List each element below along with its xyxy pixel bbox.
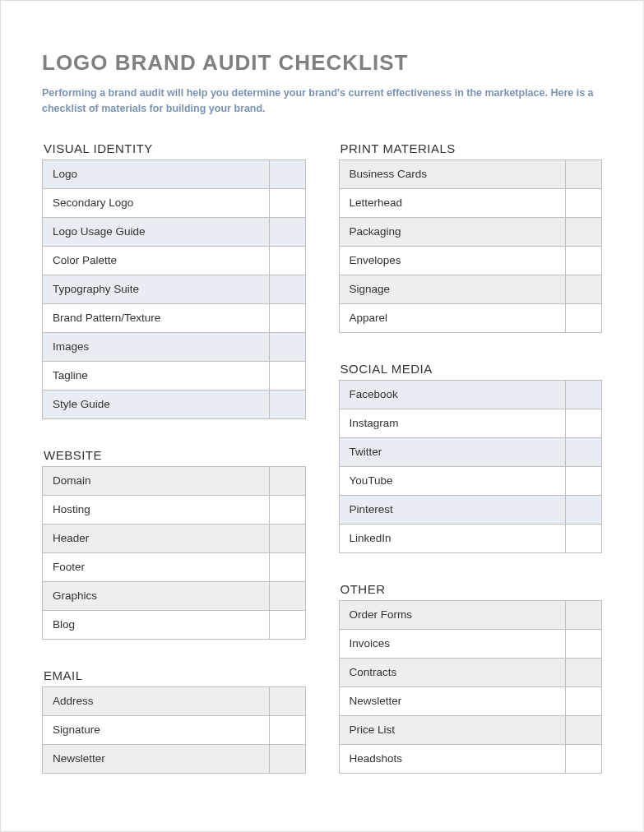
checklist-item-checkbox[interactable]: [566, 188, 602, 217]
checklist-item-checkbox[interactable]: [269, 188, 305, 217]
checklist-item-checkbox[interactable]: [566, 217, 602, 246]
checklist-item-checkbox[interactable]: [269, 303, 305, 332]
checklist-item-label: Signature: [43, 715, 270, 744]
table-row: LinkedIn: [339, 524, 602, 552]
checklist-item-checkbox[interactable]: [269, 361, 305, 390]
checklist-item-checkbox[interactable]: [269, 332, 305, 361]
checklist-item-checkbox[interactable]: [566, 686, 602, 715]
table-row: Hosting: [43, 495, 306, 524]
checklist-item-checkbox[interactable]: [566, 600, 602, 629]
checklist-item-label: Images: [43, 332, 270, 361]
checklist-item-label: Packaging: [339, 217, 566, 246]
table-row: Packaging: [339, 217, 602, 246]
checklist-item-label: Address: [43, 686, 270, 715]
checklist-item-label: Hosting: [43, 495, 270, 524]
checklist-item-checkbox[interactable]: [269, 159, 305, 188]
table-row: Secondary Logo: [43, 188, 306, 217]
table-row: Pinterest: [339, 495, 602, 524]
checklist-item-label: Typography Suite: [43, 275, 270, 303]
table-row: Contracts: [339, 658, 602, 686]
checklist-item-label: Invoices: [339, 629, 566, 658]
checklist-table: LogoSecondary LogoLogo Usage GuideColor …: [42, 159, 306, 419]
table-row: Order Forms: [339, 600, 602, 629]
table-row: Graphics: [43, 581, 306, 610]
checklist-item-label: Envelopes: [339, 246, 566, 275]
table-row: Footer: [43, 552, 306, 581]
checklist-item-checkbox[interactable]: [566, 658, 602, 686]
checklist-section: PRINT MATERIALSBusiness CardsLetterheadP…: [339, 141, 603, 333]
table-row: Envelopes: [339, 246, 602, 275]
section-heading: PRINT MATERIALS: [339, 141, 603, 155]
checklist-item-label: YouTube: [339, 466, 566, 495]
checklist-section: WEBSITEDomainHostingHeaderFooterGraphics…: [42, 448, 306, 640]
checklist-item-checkbox[interactable]: [269, 246, 305, 275]
checklist-item-checkbox[interactable]: [566, 159, 602, 188]
section-heading: EMAIL: [42, 668, 306, 682]
checklist-item-checkbox[interactable]: [566, 409, 602, 437]
checklist-item-label: Headshots: [339, 744, 566, 773]
checklist-item-label: Instagram: [339, 409, 566, 437]
table-row: Business Cards: [339, 159, 602, 188]
checklist-item-label: Newsletter: [43, 744, 270, 773]
section-heading: OTHER: [339, 582, 603, 596]
checklist-item-checkbox[interactable]: [269, 581, 305, 610]
checklist-item-checkbox[interactable]: [566, 466, 602, 495]
checklist-item-checkbox[interactable]: [269, 495, 305, 524]
checklist-item-label: Newsletter: [339, 686, 566, 715]
checklist-item-label: Signage: [339, 275, 566, 303]
checklist-section: VISUAL IDENTITYLogoSecondary LogoLogo Us…: [42, 141, 306, 419]
checklist-table: Order FormsInvoicesContractsNewsletterPr…: [339, 600, 603, 774]
checklist-item-label: Order Forms: [339, 600, 566, 629]
checklist-item-checkbox[interactable]: [269, 466, 305, 495]
table-row: Domain: [43, 466, 306, 495]
table-row: Logo: [43, 159, 306, 188]
table-row: Signature: [43, 715, 306, 744]
document-page: LOGO BRAND AUDIT CHECKLIST Performing a …: [0, 0, 644, 832]
checklist-item-checkbox[interactable]: [566, 495, 602, 524]
checklist-item-label: Facebook: [339, 380, 566, 409]
checklist-item-label: Twitter: [339, 437, 566, 466]
table-row: Facebook: [339, 380, 602, 409]
checklist-table: DomainHostingHeaderFooterGraphicsBlog: [42, 466, 306, 640]
checklist-item-checkbox[interactable]: [566, 437, 602, 466]
table-row: YouTube: [339, 466, 602, 495]
checklist-section: SOCIAL MEDIAFacebookInstagramTwitterYouT…: [339, 362, 603, 553]
checklist-item-label: Brand Pattern/Texture: [43, 303, 270, 332]
table-row: Typography Suite: [43, 275, 306, 303]
table-row: Price List: [339, 715, 602, 744]
checklist-item-checkbox[interactable]: [566, 744, 602, 773]
table-row: Brand Pattern/Texture: [43, 303, 306, 332]
table-row: Newsletter: [339, 686, 602, 715]
checklist-table: AddressSignatureNewsletter: [42, 686, 306, 774]
checklist-item-checkbox[interactable]: [269, 217, 305, 246]
checklist-item-checkbox[interactable]: [566, 246, 602, 275]
checklist-item-checkbox[interactable]: [566, 275, 602, 303]
table-row: Address: [43, 686, 306, 715]
checklist-item-checkbox[interactable]: [269, 552, 305, 581]
checklist-item-checkbox[interactable]: [269, 686, 305, 715]
table-row: Instagram: [339, 409, 602, 437]
checklist-item-checkbox[interactable]: [566, 715, 602, 744]
checklist-item-checkbox[interactable]: [566, 303, 602, 332]
table-row: Style Guide: [43, 390, 306, 418]
page-title: LOGO BRAND AUDIT CHECKLIST: [42, 50, 602, 76]
checklist-item-checkbox[interactable]: [269, 524, 305, 552]
checklist-item-checkbox[interactable]: [269, 744, 305, 773]
checklist-item-checkbox[interactable]: [269, 715, 305, 744]
table-row: Apparel: [339, 303, 602, 332]
checklist-table: Business CardsLetterheadPackagingEnvelop…: [339, 159, 603, 333]
checklist-item-label: Business Cards: [339, 159, 566, 188]
checklist-item-label: Logo: [43, 159, 270, 188]
right-column: PRINT MATERIALSBusiness CardsLetterheadP…: [339, 141, 603, 802]
checklist-item-checkbox[interactable]: [566, 629, 602, 658]
table-row: Header: [43, 524, 306, 552]
checklist-item-checkbox[interactable]: [566, 380, 602, 409]
checklist-item-checkbox[interactable]: [269, 275, 305, 303]
checklist-item-checkbox[interactable]: [269, 610, 305, 639]
checklist-item-checkbox[interactable]: [269, 390, 305, 418]
checklist-item-label: Style Guide: [43, 390, 270, 418]
page-subtitle: Performing a brand audit will help you d…: [42, 86, 601, 117]
columns-wrapper: VISUAL IDENTITYLogoSecondary LogoLogo Us…: [42, 141, 602, 802]
checklist-item-checkbox[interactable]: [566, 524, 602, 552]
checklist-section: EMAILAddressSignatureNewsletter: [42, 668, 306, 774]
